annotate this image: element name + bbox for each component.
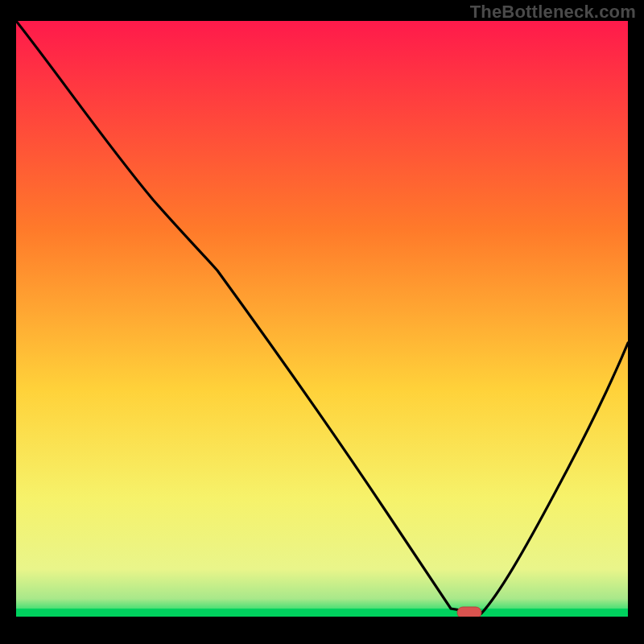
chart-svg [16, 21, 628, 628]
baseline-strip [16, 609, 628, 617]
watermark-text: TheBottleneck.com [470, 2, 636, 23]
chart-frame: TheBottleneck.com [0, 0, 644, 644]
plot-area [16, 21, 628, 628]
bottom-border [16, 617, 628, 628]
optimum-marker [457, 607, 481, 618]
